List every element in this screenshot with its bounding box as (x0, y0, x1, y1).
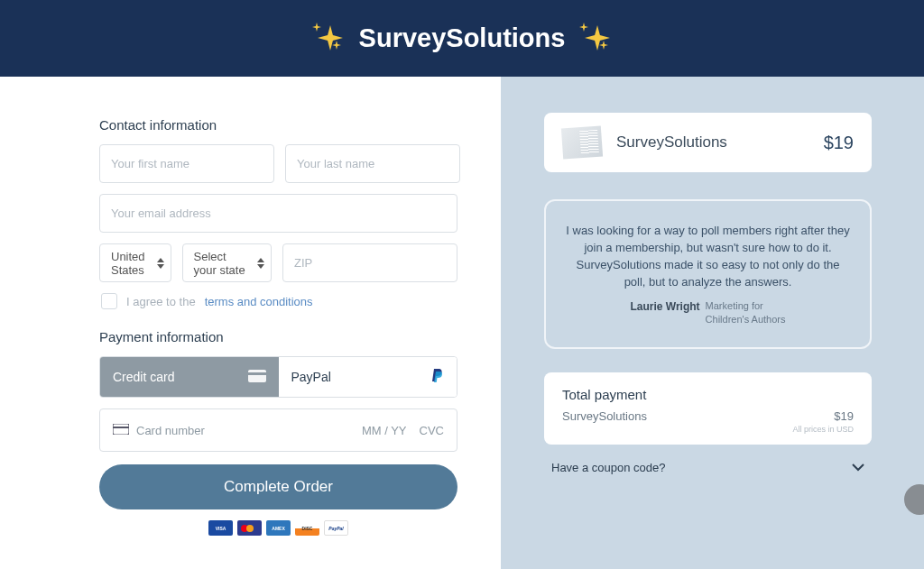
state-placeholder: Select your state (194, 250, 245, 277)
product-name: SurveySolutions (616, 133, 824, 151)
coupon-label: Have a coupon code? (551, 461, 665, 474)
sparkle-icon-right (578, 21, 614, 57)
card-number-placeholder: Card number (136, 424, 205, 437)
testimonial-card: I was looking for a way to poll members … (544, 199, 872, 349)
country-value: United States (111, 250, 145, 277)
first-name-input[interactable] (99, 144, 274, 183)
visa-logo: VISA (208, 520, 233, 536)
total-line-name: SurveySolutions (562, 409, 647, 423)
card-number-input[interactable]: Card number MM / YY CVC (99, 408, 457, 452)
card-icon (248, 370, 266, 385)
total-currency-note: All prices in USD (562, 425, 854, 434)
email-input[interactable] (99, 194, 457, 233)
card-expiry-placeholder: MM / YY (362, 424, 407, 437)
total-line-price: $19 (834, 409, 854, 423)
testimonial-author: Laurie Wright (630, 299, 699, 313)
zip-input[interactable] (282, 243, 457, 282)
site-header: SurveySolutions (0, 0, 924, 77)
total-card: Total payment SurveySolutions $19 All pr… (544, 372, 872, 445)
payment-title: Payment information (99, 329, 457, 344)
checkout-form: Contact information United States Select… (0, 77, 501, 569)
terms-text: I agree to the (126, 295, 196, 308)
discover-logo: DISC (295, 520, 319, 536)
payment-logos: VISA AMEX DISC PayPal (99, 520, 457, 536)
amex-logo: AMEX (266, 520, 291, 536)
order-summary: SurveySolutions $19 I was looking for a … (501, 77, 924, 569)
svg-rect-0 (248, 370, 266, 382)
complete-order-button[interactable]: Complete Order (99, 464, 457, 509)
terms-link[interactable]: terms and conditions (205, 295, 313, 308)
mastercard-logo (237, 520, 262, 536)
paypal-logo: PayPal (324, 520, 348, 536)
product-image (561, 126, 603, 160)
card-icon-small (113, 424, 129, 437)
total-title: Total payment (562, 387, 854, 402)
product-card: SurveySolutions $19 (544, 113, 872, 172)
contact-title: Contact information (99, 117, 457, 133)
stepper-icon (257, 258, 264, 269)
stepper-icon (157, 258, 164, 269)
sparkle-icon-left (310, 21, 346, 57)
svg-rect-1 (248, 372, 266, 375)
testimonial-text: I was looking for a way to poll members … (566, 223, 850, 290)
tab-paypal-label: PayPal (291, 370, 331, 384)
testimonial-org: Marketing for Children's Authors (706, 299, 786, 326)
tab-credit-card[interactable]: Credit card (100, 357, 279, 397)
svg-rect-3 (113, 427, 129, 428)
paypal-icon (431, 369, 444, 386)
coupon-toggle[interactable]: Have a coupon code? (544, 461, 872, 474)
svg-rect-2 (113, 424, 129, 435)
terms-checkbox[interactable] (101, 293, 117, 309)
last-name-input[interactable] (285, 144, 460, 183)
card-cvc-placeholder: CVC (420, 424, 444, 437)
tab-card-label: Credit card (113, 370, 174, 384)
tab-paypal[interactable]: PayPal (279, 357, 457, 397)
chevron-down-icon (852, 461, 864, 474)
product-price: $19 (824, 133, 854, 153)
header-title: SurveySolutions (359, 23, 566, 53)
